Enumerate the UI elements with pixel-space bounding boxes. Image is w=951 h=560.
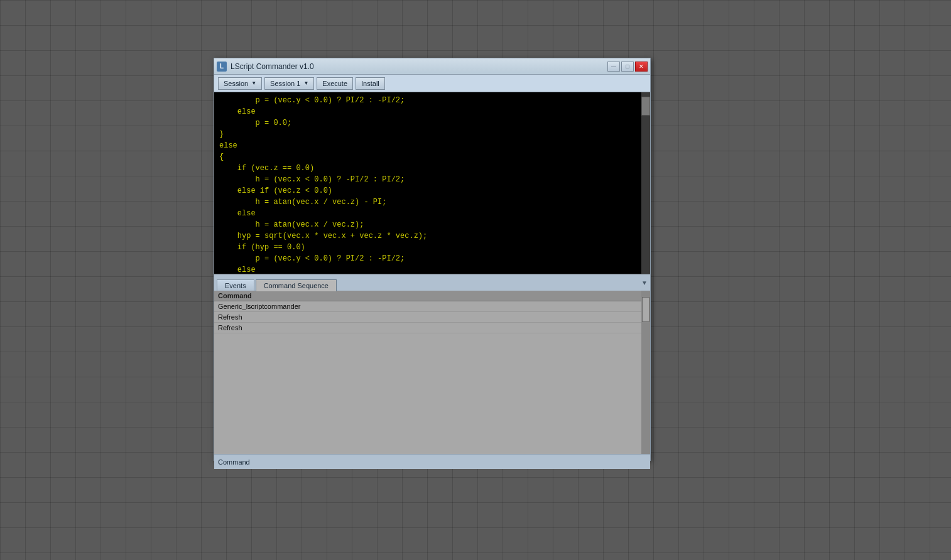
app-icon: L [217, 62, 227, 72]
session-menu-button[interactable]: Session ▼ [218, 77, 262, 90]
close-button[interactable] [635, 62, 648, 72]
execute-button[interactable]: Execute [317, 77, 353, 90]
events-scrollbar-thumb[interactable] [642, 297, 649, 322]
minimize-button[interactable] [607, 62, 620, 72]
session-dropdown-arrow: ▼ [251, 80, 256, 86]
session-label: Session [224, 80, 248, 87]
command-bar: Command [214, 454, 650, 469]
execute-label: Execute [322, 80, 347, 87]
session1-label: Session 1 [270, 80, 300, 87]
code-scrollbar-thumb[interactable] [641, 97, 650, 116]
window-title: LScript Commander v1.0 [231, 62, 314, 71]
session1-menu-button[interactable]: Session 1 ▼ [264, 77, 314, 90]
toolbar: Session ▼ Session 1 ▼ Execute Install [214, 75, 650, 92]
code-editor[interactable]: p = (vec.y < 0.0) ? PI/2 : -PI/2; else p… [214, 92, 650, 274]
events-list: Generic_lscriptcommanderRefreshRefresh [214, 301, 650, 333]
install-button[interactable]: Install [356, 77, 385, 90]
window-controls [607, 62, 648, 72]
tab-command-sequence-label: Command Sequence [264, 282, 329, 289]
events-scrollbar-v[interactable] [641, 291, 650, 454]
list-item[interactable]: Refresh [214, 312, 650, 323]
title-bar: L LScript Commander v1.0 [214, 58, 650, 75]
tab-events[interactable]: Events [217, 279, 254, 291]
main-window: L LScript Commander v1.0 Session ▼ Sessi… [214, 58, 651, 461]
title-bar-left: L LScript Commander v1.0 [217, 62, 314, 72]
tab-command-sequence[interactable]: Command Sequence [256, 279, 337, 291]
list-item[interactable]: Generic_lscriptcommander [214, 301, 650, 312]
install-label: Install [361, 80, 379, 87]
events-header: Command [214, 291, 650, 301]
code-scrollbar-v[interactable] [641, 92, 650, 274]
command-bar-label: Command [218, 458, 250, 466]
events-panel: Command Generic_lscriptcommanderRefreshR… [214, 291, 650, 454]
code-content: p = (vec.y < 0.0) ? PI/2 : -PI/2; else p… [214, 92, 650, 274]
list-item[interactable]: Refresh [214, 323, 650, 333]
tab-events-label: Events [225, 282, 246, 289]
maximize-button[interactable] [621, 62, 634, 72]
tabs-bar: Events Command Sequence ▼ [214, 274, 650, 291]
tabs-scroll-arrow[interactable]: ▼ [641, 279, 648, 286]
events-header-label: Command [218, 292, 252, 299]
session1-dropdown-arrow: ▼ [303, 80, 308, 86]
